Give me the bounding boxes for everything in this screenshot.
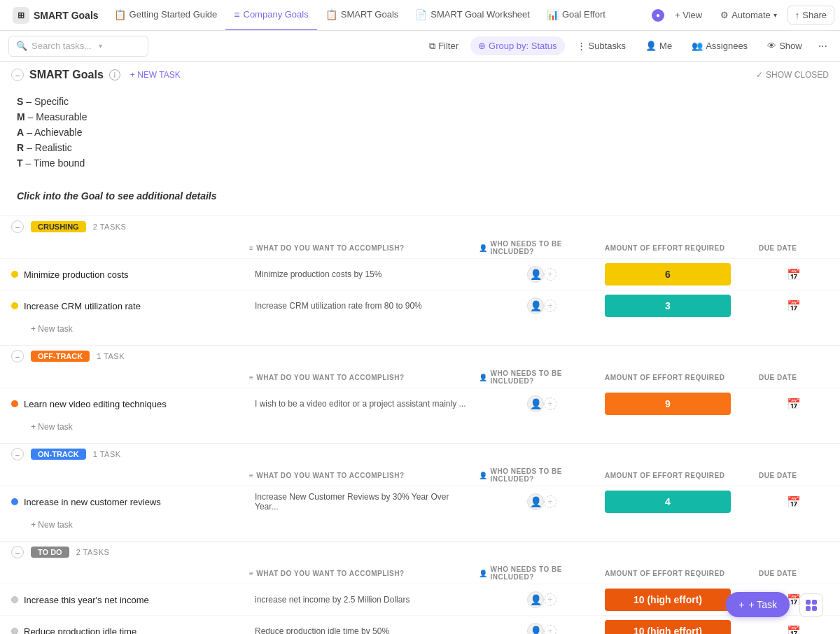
effort-cell-on-track-0: 4: [605, 491, 759, 513]
tab-goal-effort[interactable]: 📊 Goal Effort: [538, 0, 614, 31]
col-accomplish-icon-off-track: ≡: [249, 374, 253, 381]
subtasks-button[interactable]: ⋮ Subtasks: [569, 36, 634, 55]
show-closed-button[interactable]: ✓ SHOW CLOSED: [756, 70, 829, 80]
toolbar-right: ⧉ Filter ⊕ Group by: Status ⋮ Subtasks 👤…: [421, 36, 832, 56]
due-cell-crushing-0[interactable]: 📅: [759, 268, 829, 281]
tab-smart-goals-label: SMART Goals: [341, 9, 399, 20]
new-task-row-crushing[interactable]: + New task: [0, 321, 840, 339]
view-button[interactable]: + View: [667, 6, 710, 24]
task-who-to-do-1: 👤 +: [479, 623, 605, 634]
group-status-button[interactable]: ⊕ Group by: Status: [470, 36, 565, 55]
more-options-button[interactable]: ···: [814, 37, 832, 55]
group-collapse-to-do[interactable]: –: [11, 546, 24, 558]
task-row-crushing-1: Increase CRM utilization rate Increase C…: [0, 290, 840, 321]
tab-getting-started[interactable]: 📋 Getting Started Guide: [106, 0, 226, 31]
who-add-crushing-1[interactable]: +: [544, 300, 556, 312]
who-add-on-track-0[interactable]: +: [544, 495, 556, 508]
task-row-on-track-0: Increase in new customer reviews Increas…: [0, 486, 840, 517]
share-button[interactable]: ↑ Share: [788, 6, 834, 24]
filter-button[interactable]: ⧉ Filter: [421, 36, 466, 56]
smart-goals-icon: 📋: [326, 9, 337, 20]
col-headers-to-do: ≡ WHAT DO YOU WANT TO ACCOMPLISH? 👤 WHO …: [0, 563, 840, 584]
who-add-to-do-1[interactable]: +: [544, 625, 556, 634]
task-name-to-do-1[interactable]: Reduce production idle time: [24, 626, 136, 635]
section-collapse-button[interactable]: –: [11, 69, 24, 81]
col-accomplish-to-do: ≡ WHAT DO YOU WANT TO ACCOMPLISH?: [249, 570, 479, 577]
who-add-to-do-0[interactable]: +: [544, 593, 556, 606]
group-badge-on-track[interactable]: ON-TRACK: [31, 449, 86, 460]
tab-smart-goals[interactable]: 📋 SMART Goals: [317, 0, 407, 31]
toolbar: 🔍 Search tasks... ▾ ⧉ Filter ⊕ Group by:…: [0, 31, 840, 62]
automate-button[interactable]: ⚙ Automate ▾: [713, 6, 785, 24]
section-title: SMART Goals: [29, 69, 104, 81]
me-button[interactable]: 👤 Me: [638, 36, 680, 55]
task-name-crushing-0[interactable]: Minimize production costs: [24, 269, 129, 280]
section-info-icon[interactable]: i: [109, 69, 120, 80]
groups-container: – CRUSHING 2 TASKS ≡ WHAT DO YOU WANT TO…: [0, 216, 840, 634]
task-dot-crushing-0: [11, 271, 18, 278]
grid-view-button[interactable]: [799, 593, 823, 617]
col-accomplish-off-track: ≡ WHAT DO YOU WANT TO ACCOMPLISH?: [249, 374, 479, 381]
tab-getting-started-label: Getting Started Guide: [130, 9, 218, 20]
who-add-off-track-0[interactable]: +: [544, 397, 556, 410]
effort-bar-to-do-1[interactable]: 10 (high effort): [605, 620, 731, 634]
me-icon: 👤: [645, 41, 657, 51]
group-on-track: – ON-TRACK 1 TASK ≡ WHAT DO YOU WANT TO …: [0, 443, 840, 535]
task-dot-to-do-1: [11, 628, 18, 634]
effort-bar-on-track-0[interactable]: 4: [605, 491, 731, 513]
smart-item-s: S – Specific: [17, 94, 823, 109]
task-name-to-do-0[interactable]: Increase this year's net income: [24, 595, 149, 605]
col-accomplish-crushing: ≡ WHAT DO YOU WANT TO ACCOMPLISH?: [249, 244, 479, 252]
group-badge-crushing[interactable]: CRUSHING: [31, 221, 86, 232]
new-task-row-off-track[interactable]: + New task: [0, 419, 840, 437]
task-name-off-track-0[interactable]: Learn new video editing techniques: [24, 399, 167, 409]
task-dot-crushing-1: [11, 302, 18, 309]
col-who-crushing: 👤 WHO NEEDS TO BE INCLUDED?: [479, 240, 605, 255]
group-badge-off-track[interactable]: OFF-TRACK: [31, 351, 90, 362]
app-logo[interactable]: ⊞ SMART Goals: [6, 7, 106, 24]
col-accomplish-icon-crushing: ≡: [249, 244, 253, 252]
group-collapse-crushing[interactable]: –: [11, 220, 24, 233]
search-box[interactable]: 🔍 Search tasks... ▾: [8, 36, 148, 57]
nav-user-avatar[interactable]: ●: [652, 9, 664, 22]
tab-smart-goal-worksheet[interactable]: 📄 SMART Goal Worksheet: [407, 0, 538, 31]
due-cell-off-track-0[interactable]: 📅: [759, 397, 829, 411]
group-badge-to-do[interactable]: TO DO: [31, 547, 69, 558]
col-who-icon-crushing: 👤: [479, 244, 488, 252]
tab-company-goals[interactable]: ≡ Company Goals: [225, 0, 316, 31]
due-cell-crushing-1[interactable]: 📅: [759, 300, 829, 313]
task-name-cell-crushing-0: Minimize production costs: [11, 269, 249, 280]
me-label: Me: [659, 41, 672, 51]
group-collapse-on-track[interactable]: –: [11, 448, 24, 460]
col-due-on-track: DUE DATE: [759, 472, 829, 479]
col-due-off-track: DUE DATE: [759, 374, 829, 381]
effort-cell-to-do-1: 10 (high effort): [605, 620, 759, 634]
col-headers-crushing: ≡ WHAT DO YOU WANT TO ACCOMPLISH? 👤 WHO …: [0, 237, 840, 258]
task-who-crushing-0: 👤 +: [479, 266, 605, 283]
smart-item-r: R – Realistic: [17, 140, 823, 155]
effort-bar-off-track-0[interactable]: 9: [605, 393, 731, 415]
col-effort-on-track: AMOUNT OF EFFORT REQUIRED: [605, 472, 759, 479]
new-task-button[interactable]: + NEW TASK: [126, 69, 185, 81]
col-due-to-do: DUE DATE: [759, 570, 829, 577]
who-add-crushing-0[interactable]: +: [544, 268, 556, 281]
task-name-crushing-1[interactable]: Increase CRM utilization rate: [24, 301, 141, 311]
task-accomplish-off-track-0: I wish to be a video editor or a project…: [249, 399, 479, 409]
assignees-button[interactable]: 👥 Assignees: [684, 36, 755, 55]
group-collapse-off-track[interactable]: –: [11, 350, 24, 362]
assignees-label: Assignees: [706, 41, 748, 51]
new-task-row-on-track[interactable]: + New task: [0, 517, 840, 535]
add-task-fab[interactable]: + + Task: [726, 592, 790, 617]
task-name-on-track-0[interactable]: Increase in new customer reviews: [24, 497, 161, 507]
col-who-icon-on-track: 👤: [479, 472, 488, 479]
effort-bar-crushing-0[interactable]: 6: [605, 263, 731, 286]
effort-bar-to-do-0[interactable]: 10 (high effort): [605, 589, 731, 611]
effort-bar-crushing-1[interactable]: 3: [605, 295, 731, 317]
due-cell-on-track-0[interactable]: 📅: [759, 495, 829, 509]
task-name-cell-to-do-0: Increase this year's net income: [11, 595, 249, 605]
smart-item-m: M – Measurable: [17, 109, 823, 125]
task-accomplish-to-do-0: increase net income by 2.5 Million Dolla…: [249, 595, 479, 605]
smart-letter-r: R: [17, 142, 24, 153]
show-button[interactable]: 👁 Show: [760, 36, 810, 55]
due-cell-to-do-1[interactable]: 📅: [759, 625, 829, 635]
